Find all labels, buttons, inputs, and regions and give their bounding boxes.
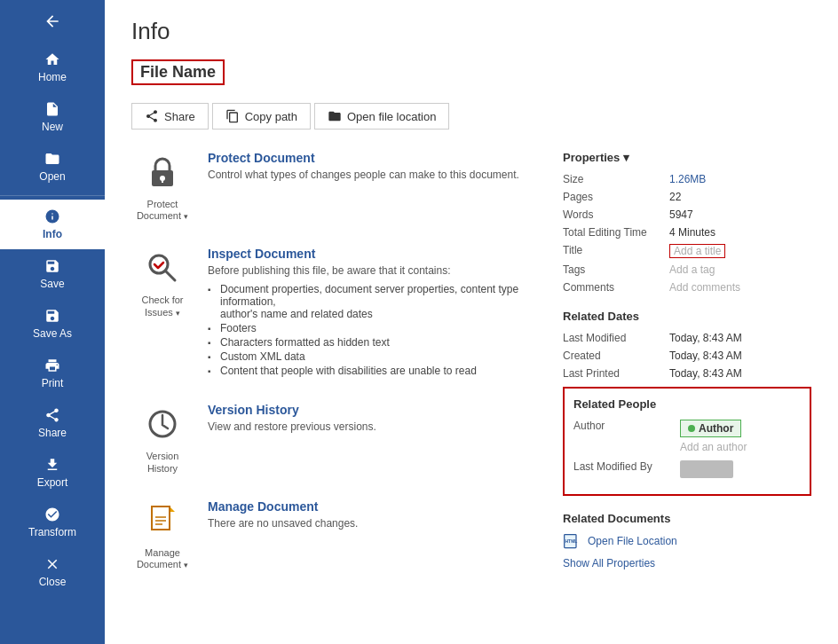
sidebar-item-export[interactable]: Export xyxy=(0,448,105,498)
prop-title-value[interactable]: Add a title xyxy=(669,244,725,258)
sidebar-label-transform: Transform xyxy=(28,526,76,538)
prop-pages-label: Pages xyxy=(563,191,669,203)
prop-title: Title Add a title xyxy=(563,244,811,258)
author-badge: Author xyxy=(680,420,741,437)
file-icon xyxy=(145,503,180,538)
prop-tags-label: Tags xyxy=(563,263,669,276)
sidebar-label-saveas: Save As xyxy=(33,327,72,340)
prop-last-printed: Last Printed Today, 8:43 AM xyxy=(563,367,811,380)
sidebar-label-save: Save xyxy=(40,278,64,290)
inspect-document-bullets: Document properties, document server pro… xyxy=(208,282,536,378)
svg-text:HTML: HTML xyxy=(565,538,578,544)
prop-words: Words 5947 xyxy=(563,208,811,221)
toolbar: Share Copy path Open file location xyxy=(131,103,811,130)
clock-icon xyxy=(145,406,180,442)
sidebar-item-new[interactable]: New xyxy=(0,92,105,142)
manage-document-section: ManageDocument ▾ Manage Document There a… xyxy=(131,499,536,570)
related-documents-title: Related Documents xyxy=(563,512,811,525)
check-issues-icon xyxy=(141,247,184,289)
prop-pages: Pages 22 xyxy=(563,191,811,203)
sidebar-label-print: Print xyxy=(42,377,64,389)
protect-document-icon-area[interactable]: ProtectDocument ▾ xyxy=(131,151,194,222)
svg-rect-7 xyxy=(152,507,170,530)
prop-size: Size 1.26MB xyxy=(563,173,811,185)
show-all-properties-link[interactable]: Show All Properties xyxy=(563,557,811,569)
inspect-bullet-4: Custom XML data xyxy=(208,349,536,364)
protect-document-text: Protect Document Control what types of c… xyxy=(208,151,519,186)
manage-document-icon-area[interactable]: ManageDocument ▾ xyxy=(131,499,194,570)
version-history-text: Version History View and restore previou… xyxy=(208,403,376,438)
sidebar-item-share[interactable]: Share xyxy=(0,398,105,448)
prop-created-value: Today, 8:43 AM xyxy=(669,349,742,362)
prop-last-modified-label: Last Modified xyxy=(563,332,669,344)
open-file-location-link[interactable]: HTML Open File Location xyxy=(563,532,811,550)
sidebar-item-saveas[interactable]: Save As xyxy=(0,299,105,349)
share-button[interactable]: Share xyxy=(131,103,209,130)
inspect-bullet-1: Document properties, document server pro… xyxy=(208,282,536,321)
version-history-icon-area[interactable]: VersionHistory xyxy=(131,403,194,474)
open-location-label: Open file location xyxy=(347,110,436,123)
page-title: Info xyxy=(131,18,811,45)
html-file-icon: HTML xyxy=(563,532,581,550)
sidebar-item-print[interactable]: Print xyxy=(0,349,105,398)
copy-path-label: Copy path xyxy=(245,110,297,123)
prop-last-printed-value: Today, 8:43 AM xyxy=(669,367,742,380)
sidebar-item-close[interactable]: Close xyxy=(0,547,105,597)
prop-editing-time: Total Editing Time 4 Minutes xyxy=(563,226,811,239)
manage-document-title: Manage Document xyxy=(208,499,358,514)
main-content: Info File Name Share Copy path Open file… xyxy=(105,0,838,644)
prop-comments-value[interactable]: Add comments xyxy=(669,281,740,294)
sidebar-item-info[interactable]: Info xyxy=(0,200,105,249)
protect-document-section: ProtectDocument ▾ Protect Document Contr… xyxy=(131,151,536,222)
prop-last-printed-label: Last Printed xyxy=(563,367,669,380)
sidebar-item-home[interactable]: Home xyxy=(0,43,105,92)
inspect-document-title: Inspect Document xyxy=(208,247,536,261)
properties-dropdown-icon: ▾ xyxy=(623,151,629,164)
prop-tags-value[interactable]: Add a tag xyxy=(669,263,715,276)
share-label: Share xyxy=(164,110,195,123)
sidebar: Home New Open Info Save Save As Print Sh… xyxy=(0,0,105,644)
author-row: Author Author Add an author xyxy=(573,420,801,453)
author-info: Author Add an author xyxy=(680,420,747,453)
back-button[interactable] xyxy=(0,0,105,43)
file-name[interactable]: File Name xyxy=(131,59,225,85)
sidebar-label-share: Share xyxy=(38,427,67,439)
manage-document-label: ManageDocument ▾ xyxy=(137,547,188,570)
sidebar-label-info: Info xyxy=(43,228,62,240)
protect-document-desc: Control what types of changes people can… xyxy=(208,169,519,181)
prop-title-label: Title xyxy=(563,244,669,258)
svg-rect-3 xyxy=(162,178,163,183)
prop-words-label: Words xyxy=(563,208,669,221)
prop-tags: Tags Add a tag xyxy=(563,263,811,276)
sidebar-label-close: Close xyxy=(39,576,67,588)
add-author-link[interactable]: Add an author xyxy=(680,441,747,453)
sidebar-item-save[interactable]: Save xyxy=(0,249,105,299)
protect-document-title: Protect Document xyxy=(208,151,519,165)
left-panel: ProtectDocument ▾ Protect Document Contr… xyxy=(131,151,536,595)
inspect-bullet-3: Characters formatted as hidden text xyxy=(208,335,536,349)
author-label: Author xyxy=(573,420,680,432)
author-name: Author xyxy=(699,422,733,435)
svg-line-5 xyxy=(165,271,175,280)
version-history-section: VersionHistory Version History View and … xyxy=(131,403,536,474)
magnify-check-icon xyxy=(145,250,180,286)
related-dates-header: Related Dates xyxy=(563,310,811,323)
lock-icon xyxy=(145,154,180,190)
sidebar-item-open[interactable]: Open xyxy=(0,142,105,192)
prop-editing-time-value: 4 Minutes xyxy=(669,226,715,239)
prop-size-value: 1.26MB xyxy=(669,173,706,185)
copy-path-button[interactable]: Copy path xyxy=(212,103,311,130)
last-modified-by-avatar xyxy=(680,460,733,478)
prop-last-modified: Last Modified Today, 8:43 AM xyxy=(563,332,811,344)
inspect-bullet-2: Footers xyxy=(208,321,536,335)
sidebar-label-open: Open xyxy=(39,170,65,183)
inspect-document-icon-area[interactable]: Check forIssues ▾ xyxy=(131,247,194,318)
version-history-desc: View and restore previous versions. xyxy=(208,420,376,433)
prop-words-value: 5947 xyxy=(669,208,693,221)
version-history-label: VersionHistory xyxy=(146,451,179,474)
open-file-location-label: Open File Location xyxy=(588,535,677,547)
open-location-button[interactable]: Open file location xyxy=(314,103,449,130)
prop-comments-label: Comments xyxy=(563,281,669,294)
sidebar-item-transform[interactable]: Transform xyxy=(0,498,105,547)
prop-comments: Comments Add comments xyxy=(563,281,811,294)
